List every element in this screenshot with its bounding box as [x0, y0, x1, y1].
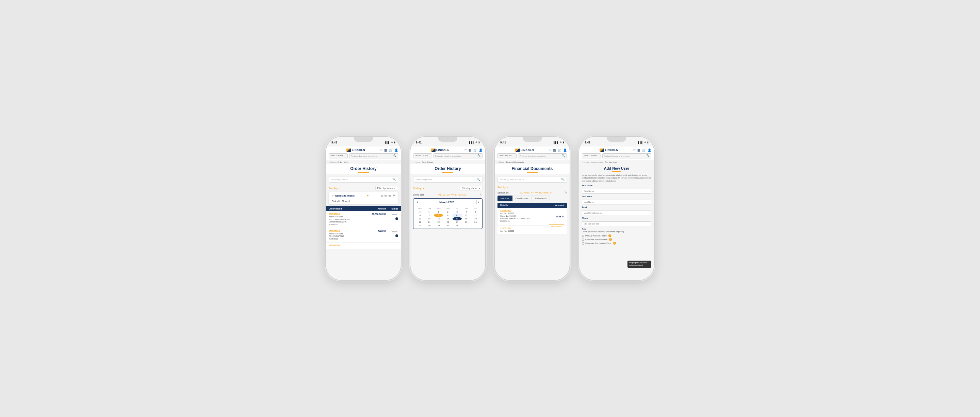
cal-day-cell[interactable]: 21: [425, 220, 434, 224]
filter-status-button[interactable]: Filter by status ▼: [460, 186, 482, 190]
date-from[interactable]: 08 / 03 / 20: [438, 193, 450, 196]
calendar-next-btn[interactable]: ›: [476, 200, 479, 204]
hamburger-icon[interactable]: ☰: [582, 148, 585, 152]
breadcrumb-home[interactable]: Home: [331, 161, 336, 163]
refresh-icon[interactable]: ↻: [480, 193, 482, 196]
cal-day-cell[interactable]: 8: [434, 214, 443, 217]
fin-search-icon[interactable]: 🔍: [561, 178, 565, 181]
cal-day-cell[interactable]: 15: [434, 217, 443, 220]
tab-credit-notes[interactable]: Credit Notes: [512, 196, 532, 201]
compare-icon[interactable]: ▦: [469, 149, 472, 152]
tab-invoices[interactable]: Invoices: [498, 196, 512, 201]
calendar-prev-btn[interactable]: ‹: [417, 200, 418, 204]
product-search[interactable]: Search by product 🔍: [329, 176, 398, 183]
date-to[interactable]: DD / MM / YY: [539, 192, 553, 194]
tab-statements[interactable]: Statements: [532, 196, 550, 201]
sort-by-button[interactable]: Sort by ▼: [498, 186, 509, 189]
cal-day-cell[interactable]: 2: [443, 210, 452, 214]
cal-day-cell[interactable]: 29: [434, 224, 443, 227]
cal-day-cell[interactable]: 14: [425, 217, 434, 220]
cal-day-cell[interactable]: 30: [443, 224, 452, 227]
product-search[interactable]: Search by product 🔍: [413, 176, 482, 183]
sort-option-newest[interactable]: ✓ Newest to Oldest ➤ 17 / 03 / 20 ↻: [329, 193, 398, 199]
cart-icon[interactable]: 🛒: [473, 149, 477, 152]
cal-day-cell[interactable]: 30: [415, 210, 425, 214]
search-icon[interactable]: 🔍: [393, 154, 396, 157]
search-icon[interactable]: 🔍: [477, 154, 481, 157]
search-input-wrap[interactable]: Products, brands or promotions 🔍: [434, 153, 482, 158]
cart-icon[interactable]: 🛒: [642, 149, 646, 152]
search-input-wrap[interactable]: Products, brands or promotions 🔍: [518, 153, 567, 158]
cal-day-cell[interactable]: 20: [415, 220, 425, 224]
user-icon[interactable]: 👤: [648, 149, 651, 152]
cal-day-cell[interactable]: 24: [453, 220, 462, 224]
radio-customer-admin[interactable]: [582, 238, 584, 241]
sort-by-button[interactable]: Sort by ▼: [413, 187, 424, 189]
cart-icon[interactable]: 🛒: [558, 149, 562, 152]
search-type-select[interactable]: Search by text: [498, 153, 517, 158]
last-name-input[interactable]: [582, 200, 651, 205]
cal-day-cell[interactable]: 19: [471, 217, 480, 220]
cal-day-cell[interactable]: 2: [471, 224, 480, 227]
cal-day-cell[interactable]: 23: [443, 220, 452, 224]
fin-search[interactable]: Search by order # or PO # 🔍: [498, 176, 567, 183]
hamburger-icon[interactable]: ☰: [329, 148, 332, 152]
cal-day-cell[interactable]: 13: [415, 217, 425, 220]
breadcrumb-home[interactable]: Home: [499, 161, 504, 163]
radio-customer-purchasing[interactable]: [582, 242, 584, 244]
sort-by-button[interactable]: Sort by ▲: [329, 187, 340, 189]
cal-day-cell[interactable]: 27: [415, 224, 425, 227]
compare-icon[interactable]: ▦: [637, 149, 640, 152]
cal-day-cell[interactable]: 10: [453, 214, 462, 217]
search-icon[interactable]: 🔍: [646, 154, 649, 157]
user-icon[interactable]: 👤: [479, 149, 482, 152]
cal-day-cell[interactable]: 18: [462, 217, 471, 220]
filter-status-button[interactable]: Filter by status ▼: [375, 186, 398, 190]
view-invoice-button[interactable]: View invoice: [549, 224, 564, 228]
cal-day-cell[interactable]: 7: [425, 214, 434, 217]
breadcrumb-manage-users[interactable]: Manage Users: [591, 161, 603, 163]
cal-day-cell[interactable]: 28: [425, 224, 434, 227]
cal-day-cell[interactable]: 16: [443, 217, 452, 220]
hamburger-icon[interactable]: ☰: [413, 148, 416, 152]
search-input-wrap[interactable]: Products, brands or promotions 🔍: [349, 153, 398, 158]
cal-day-cell[interactable]: 1: [434, 210, 443, 214]
search-input-wrap[interactable]: Products, brands or promotions 🔍: [602, 153, 651, 158]
cart-icon[interactable]: 🛒: [389, 149, 393, 152]
cal-day-cell[interactable]: 5: [471, 210, 480, 214]
heart-icon[interactable]: ♡: [633, 149, 636, 152]
cal-day-cell[interactable]: 9: [443, 214, 452, 217]
refresh-icon[interactable]: ↻: [565, 191, 567, 194]
cal-day-cell[interactable]: 31: [453, 224, 462, 227]
user-icon[interactable]: 👤: [563, 149, 567, 152]
date-from[interactable]: DD / MM / YY: [520, 192, 534, 194]
user-icon[interactable]: 👤: [395, 149, 398, 152]
cal-day-cell[interactable]: 1: [462, 224, 471, 227]
phone-input[interactable]: [582, 221, 651, 226]
compare-icon[interactable]: ▦: [384, 149, 387, 152]
refresh-icon[interactable]: ↻: [393, 194, 395, 197]
breadcrumb-home[interactable]: Home: [415, 161, 420, 163]
heart-icon[interactable]: ♡: [464, 149, 467, 152]
first-name-input[interactable]: [582, 189, 651, 193]
heart-icon[interactable]: ♡: [549, 149, 551, 152]
compare-icon[interactable]: ▦: [553, 149, 556, 152]
cal-day-cell[interactable]: 17: [453, 217, 462, 220]
heart-icon[interactable]: ♡: [380, 149, 382, 152]
date-to[interactable]: 17 / 03 / 20: [455, 193, 466, 196]
product-search-icon[interactable]: 🔍: [477, 178, 480, 181]
search-type-select[interactable]: Search by text: [413, 153, 432, 158]
cal-day-cell[interactable]: 31: [425, 210, 434, 214]
search-type-select[interactable]: Search by text: [582, 153, 601, 158]
cal-day-cell[interactable]: 25: [462, 220, 471, 224]
cal-day-cell[interactable]: 11: [462, 214, 471, 217]
product-search-icon[interactable]: 🔍: [392, 178, 396, 181]
cal-day-cell[interactable]: 6: [415, 214, 425, 217]
info-icon-purchasing[interactable]: i: [613, 242, 616, 244]
email-input[interactable]: [582, 211, 651, 215]
cal-day-cell[interactable]: 4: [462, 210, 471, 214]
search-type-select[interactable]: Search by text: [329, 153, 348, 158]
radio-primary[interactable]: [582, 235, 584, 237]
info-icon-customer-admin[interactable]: i: [609, 238, 612, 241]
breadcrumb-home[interactable]: Home: [584, 161, 589, 163]
